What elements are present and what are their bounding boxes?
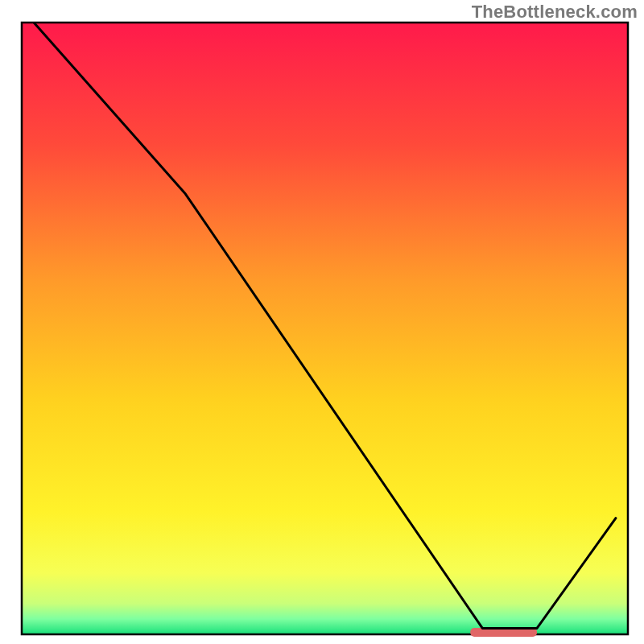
chart-root: TheBottleneck.com: [0, 0, 644, 644]
plot-background: [22, 23, 628, 634]
bottleneck-chart: [0, 0, 644, 644]
